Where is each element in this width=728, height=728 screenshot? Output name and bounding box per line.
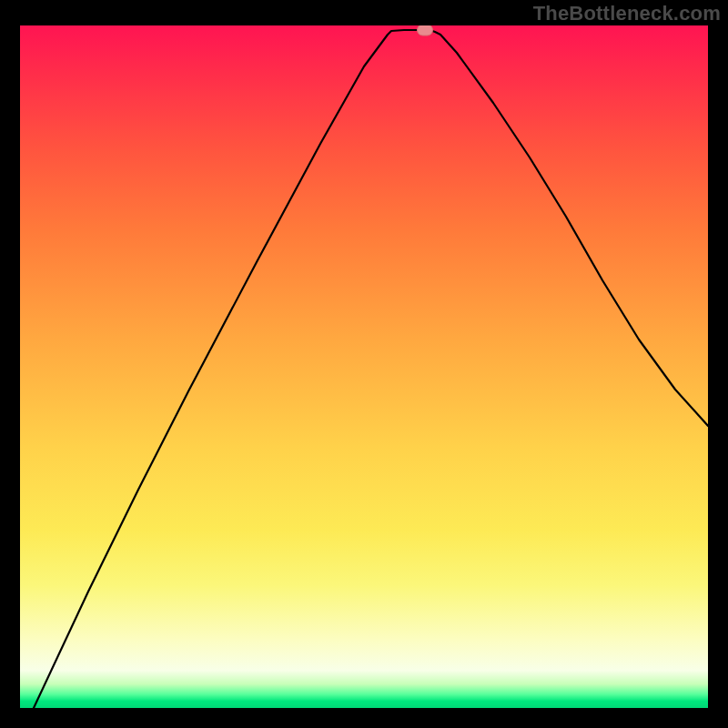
plot-area bbox=[20, 25, 708, 708]
svg-rect-0 bbox=[418, 25, 433, 35]
minimum-marker bbox=[20, 25, 708, 708]
chart-root: TheBottleneck.com bbox=[0, 0, 728, 728]
watermark-text: TheBottleneck.com bbox=[533, 2, 721, 25]
